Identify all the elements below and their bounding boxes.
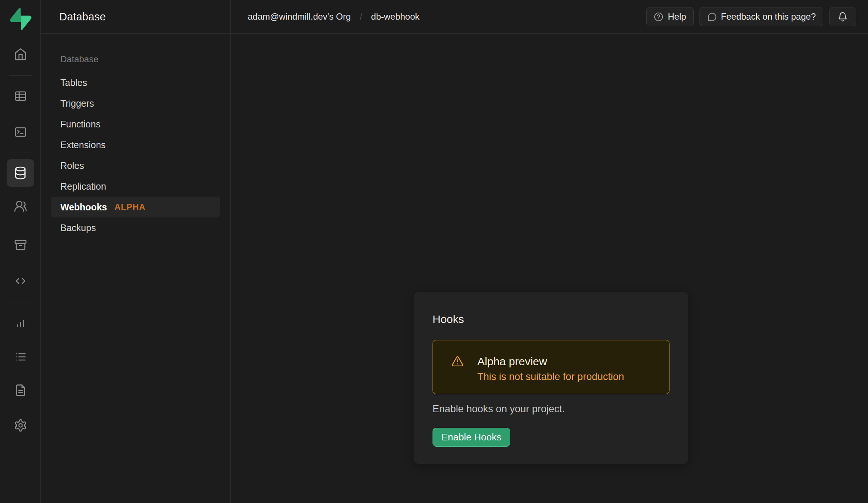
rail-item-logs[interactable] [0,350,41,364]
rail-item-storage[interactable] [0,238,41,252]
card-title: Hooks [433,292,670,326]
rail-divider [9,153,32,153]
sidebar-nav: Database Tables Triggers Functions Exten… [51,49,220,238]
breadcrumb-org[interactable]: adam@windmill.dev's Org [248,11,351,22]
circle-question-icon [654,12,664,22]
rail-divider [9,303,32,303]
rail-item-home[interactable] [0,47,41,61]
alpha-preview-alert: Alpha preview This is not suitable for p… [433,340,670,394]
home-icon [14,47,27,61]
feedback-button[interactable]: Feedback on this page? [700,7,823,26]
sidebar-item-extensions[interactable]: Extensions [51,134,220,155]
table-icon [14,89,27,103]
main-header: adam@windmill.dev's Org / db-webhook Hel… [231,0,868,34]
rail-item-database[interactable] [7,159,34,187]
sidebar-item-backups[interactable]: Backups [51,217,220,238]
sidebar-item-roles[interactable]: Roles [51,155,220,176]
sidebar-item-tables[interactable]: Tables [51,72,220,93]
main-content: Hooks Alpha preview This is not suitable… [231,34,868,503]
gear-icon [14,419,27,432]
rail-item-edge-functions[interactable] [0,274,41,288]
help-button[interactable]: Help [646,7,693,26]
alpha-badge: ALPHA [114,202,146,212]
users-icon [14,199,27,213]
database-icon [13,166,28,180]
alert-description: This is not suitable for production [477,372,654,382]
triangle-alert-icon [451,355,464,367]
message-circle-icon [707,12,717,22]
icon-rail [0,0,41,503]
database-sidebar: Database Database Tables Triggers Functi… [41,0,231,503]
sidebar-menu: Tables Triggers Functions Extensions Rol… [51,72,220,238]
supabase-logo[interactable] [10,8,31,30]
sidebar-header: Database [41,0,230,34]
breadcrumb-separator: / [360,11,362,22]
rail-item-docs[interactable] [0,383,41,397]
sidebar-item-functions[interactable]: Functions [51,114,220,134]
sidebar-item-replication[interactable]: Replication [51,176,220,197]
app-window: Database Database Tables Triggers Functi… [0,0,868,503]
sidebar-item-triggers[interactable]: Triggers [51,93,220,114]
header-actions: Help Feedback on this page? [646,7,856,26]
rail-item-authentication[interactable] [0,199,41,213]
notifications-button[interactable] [829,7,856,26]
breadcrumb-project[interactable]: db-webhook [371,11,420,22]
archive-icon [14,238,27,252]
file-text-icon [14,383,27,397]
sidebar-item-webhooks[interactable]: Webhooks ALPHA [51,197,220,217]
rail-item-reports[interactable] [0,317,41,330]
alert-title: Alpha preview [477,355,654,367]
list-icon [14,350,27,364]
rail-item-settings[interactable] [0,419,41,432]
bar-chart-icon [14,317,27,330]
sidebar-group-label: Database [51,49,220,70]
rail-item-table-editor[interactable] [0,89,41,103]
enable-hooks-button[interactable]: Enable Hooks [433,428,510,447]
card-body-text: Enable hooks on your project. [433,404,670,414]
hooks-card: Hooks Alpha preview This is not suitable… [414,292,688,464]
terminal-icon [14,125,27,139]
code-icon [14,274,27,288]
rail-divider [9,75,32,76]
rail-item-sql-editor[interactable] [0,125,41,139]
page-title: Database [59,11,106,23]
bell-icon [837,11,848,22]
breadcrumb: adam@windmill.dev's Org / db-webhook [248,11,420,22]
